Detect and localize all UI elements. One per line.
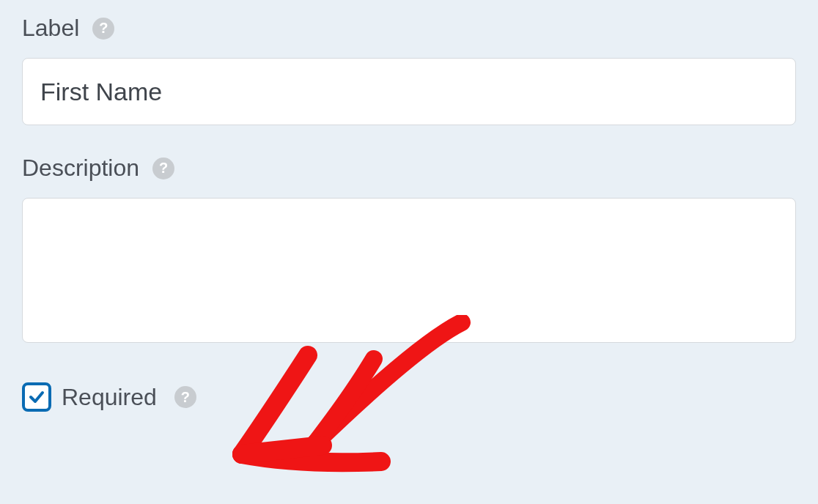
help-icon[interactable]: ? [92, 18, 114, 40]
check-icon [28, 388, 45, 406]
description-field-group: Description ? [22, 155, 796, 346]
description-field-title: Description [22, 155, 139, 182]
label-field-group: Label ? [22, 15, 796, 125]
description-field-header: Description ? [22, 155, 796, 182]
label-input[interactable] [22, 58, 796, 125]
required-checkbox[interactable] [22, 382, 51, 412]
help-icon[interactable]: ? [152, 158, 174, 179]
required-row: Required ? [22, 382, 796, 412]
label-field-header: Label ? [22, 15, 796, 42]
help-icon[interactable]: ? [174, 386, 196, 408]
description-textarea[interactable] [22, 198, 796, 343]
label-field-title: Label [22, 15, 79, 42]
required-label: Required [62, 384, 157, 411]
